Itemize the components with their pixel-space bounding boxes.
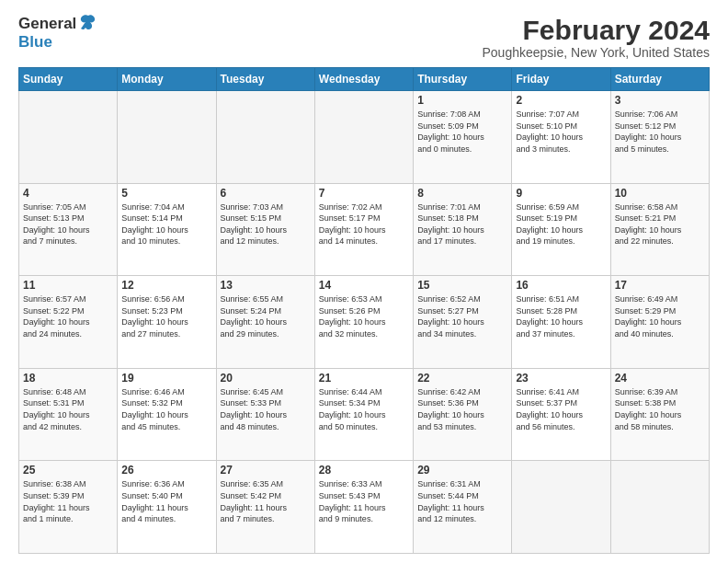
day-number: 23: [516, 372, 606, 385]
calendar-cell: [19, 91, 118, 184]
month-year-title: February 2024: [483, 15, 711, 45]
day-number: 6: [221, 187, 311, 200]
calendar-cell: 4Sunrise: 7:05 AM Sunset: 5:13 PM Daylig…: [19, 183, 118, 276]
day-info: Sunrise: 6:58 AM Sunset: 5:21 PM Dayligh…: [615, 201, 705, 247]
day-info: Sunrise: 6:46 AM Sunset: 5:32 PM Dayligh…: [121, 386, 211, 432]
day-info: Sunrise: 6:49 AM Sunset: 5:29 PM Dayligh…: [615, 293, 705, 339]
calendar-cell: [216, 91, 314, 184]
calendar-cell: [314, 91, 413, 184]
calendar-cell: 26Sunrise: 6:36 AM Sunset: 5:40 PM Dayli…: [118, 461, 216, 554]
calendar-cell: 28Sunrise: 6:33 AM Sunset: 5:43 PM Dayli…: [314, 461, 413, 554]
week-row-2: 11Sunrise: 6:57 AM Sunset: 5:22 PM Dayli…: [19, 276, 710, 369]
day-number: 24: [615, 372, 705, 385]
day-info: Sunrise: 6:48 AM Sunset: 5:31 PM Dayligh…: [23, 386, 113, 432]
day-number: 14: [319, 279, 409, 292]
day-info: Sunrise: 7:06 AM Sunset: 5:12 PM Dayligh…: [615, 109, 705, 155]
day-number: 11: [23, 279, 113, 292]
calendar-cell: 7Sunrise: 7:02 AM Sunset: 5:17 PM Daylig…: [314, 183, 413, 276]
calendar-cell: 25Sunrise: 6:38 AM Sunset: 5:39 PM Dayli…: [19, 461, 118, 554]
day-number: 10: [615, 187, 705, 200]
week-row-3: 18Sunrise: 6:48 AM Sunset: 5:31 PM Dayli…: [19, 368, 710, 461]
day-number: 28: [319, 464, 409, 477]
calendar-cell: [118, 91, 216, 184]
day-number: 4: [23, 187, 113, 200]
calendar-cell: 1Sunrise: 7:08 AM Sunset: 5:09 PM Daylig…: [414, 91, 512, 184]
day-info: Sunrise: 7:03 AM Sunset: 5:15 PM Dayligh…: [221, 201, 311, 247]
calendar-cell: 18Sunrise: 6:48 AM Sunset: 5:31 PM Dayli…: [19, 368, 118, 461]
calendar-cell: 13Sunrise: 6:55 AM Sunset: 5:24 PM Dayli…: [216, 276, 314, 369]
day-info: Sunrise: 6:44 AM Sunset: 5:34 PM Dayligh…: [319, 386, 409, 432]
day-info: Sunrise: 6:38 AM Sunset: 5:39 PM Dayligh…: [23, 478, 113, 524]
day-info: Sunrise: 6:33 AM Sunset: 5:43 PM Dayligh…: [319, 478, 409, 524]
day-number: 25: [23, 464, 113, 477]
day-number: 3: [615, 94, 705, 107]
day-info: Sunrise: 6:45 AM Sunset: 5:33 PM Dayligh…: [221, 386, 311, 432]
calendar-cell: 10Sunrise: 6:58 AM Sunset: 5:21 PM Dayli…: [610, 183, 709, 276]
calendar-cell: 9Sunrise: 6:59 AM Sunset: 5:19 PM Daylig…: [512, 183, 610, 276]
weekday-header-row: SundayMondayTuesdayWednesdayThursdayFrid…: [19, 68, 710, 91]
day-info: Sunrise: 6:53 AM Sunset: 5:26 PM Dayligh…: [319, 293, 409, 339]
calendar-cell: 8Sunrise: 7:01 AM Sunset: 5:18 PM Daylig…: [414, 183, 512, 276]
day-number: 22: [417, 372, 507, 385]
calendar-cell: 5Sunrise: 7:04 AM Sunset: 5:14 PM Daylig…: [118, 183, 216, 276]
calendar-cell: 19Sunrise: 6:46 AM Sunset: 5:32 PM Dayli…: [118, 368, 216, 461]
calendar-table: SundayMondayTuesdayWednesdayThursdayFrid…: [18, 67, 710, 554]
calendar-cell: 2Sunrise: 7:07 AM Sunset: 5:10 PM Daylig…: [512, 91, 610, 184]
day-number: 26: [121, 464, 211, 477]
calendar-cell: 29Sunrise: 6:31 AM Sunset: 5:44 PM Dayli…: [414, 461, 512, 554]
day-number: 1: [417, 94, 507, 107]
day-info: Sunrise: 7:07 AM Sunset: 5:10 PM Dayligh…: [516, 109, 606, 155]
day-info: Sunrise: 6:39 AM Sunset: 5:38 PM Dayligh…: [615, 386, 705, 432]
day-info: Sunrise: 7:05 AM Sunset: 5:13 PM Dayligh…: [23, 201, 113, 247]
calendar-cell: 20Sunrise: 6:45 AM Sunset: 5:33 PM Dayli…: [216, 368, 314, 461]
day-info: Sunrise: 6:36 AM Sunset: 5:40 PM Dayligh…: [121, 478, 211, 524]
calendar-cell: 15Sunrise: 6:52 AM Sunset: 5:27 PM Dayli…: [414, 276, 512, 369]
header: General Blue February 2024 Poughkeepsie,…: [18, 15, 710, 60]
weekday-header-friday: Friday: [512, 68, 610, 91]
week-row-4: 25Sunrise: 6:38 AM Sunset: 5:39 PM Dayli…: [19, 461, 710, 554]
calendar-cell: 11Sunrise: 6:57 AM Sunset: 5:22 PM Dayli…: [19, 276, 118, 369]
day-number: 15: [417, 279, 507, 292]
day-number: 27: [221, 464, 311, 477]
day-number: 5: [121, 187, 211, 200]
day-info: Sunrise: 6:42 AM Sunset: 5:36 PM Dayligh…: [417, 386, 507, 432]
calendar-cell: 3Sunrise: 7:06 AM Sunset: 5:12 PM Daylig…: [610, 91, 709, 184]
calendar-cell: 21Sunrise: 6:44 AM Sunset: 5:34 PM Dayli…: [314, 368, 413, 461]
calendar-cell: [610, 461, 709, 554]
location-text: Poughkeepsie, New York, United States: [483, 45, 711, 60]
day-info: Sunrise: 7:08 AM Sunset: 5:09 PM Dayligh…: [417, 109, 507, 155]
calendar-cell: 27Sunrise: 6:35 AM Sunset: 5:42 PM Dayli…: [216, 461, 314, 554]
day-info: Sunrise: 7:04 AM Sunset: 5:14 PM Dayligh…: [121, 201, 211, 247]
day-number: 7: [319, 187, 409, 200]
logo: General Blue: [18, 15, 98, 52]
calendar-cell: 6Sunrise: 7:03 AM Sunset: 5:15 PM Daylig…: [216, 183, 314, 276]
title-section: February 2024 Poughkeepsie, New York, Un…: [483, 15, 711, 60]
calendar-cell: 12Sunrise: 6:56 AM Sunset: 5:23 PM Dayli…: [118, 276, 216, 369]
day-info: Sunrise: 6:35 AM Sunset: 5:42 PM Dayligh…: [221, 478, 311, 524]
day-info: Sunrise: 6:57 AM Sunset: 5:22 PM Dayligh…: [23, 293, 113, 339]
weekday-header-thursday: Thursday: [414, 68, 512, 91]
calendar-cell: 22Sunrise: 6:42 AM Sunset: 5:36 PM Dayli…: [414, 368, 512, 461]
logo-bird-icon: [78, 13, 98, 33]
day-info: Sunrise: 7:02 AM Sunset: 5:17 PM Dayligh…: [319, 201, 409, 247]
day-number: 19: [121, 372, 211, 385]
calendar-cell: 14Sunrise: 6:53 AM Sunset: 5:26 PM Dayli…: [314, 276, 413, 369]
day-number: 17: [615, 279, 705, 292]
calendar-cell: 17Sunrise: 6:49 AM Sunset: 5:29 PM Dayli…: [610, 276, 709, 369]
day-info: Sunrise: 6:55 AM Sunset: 5:24 PM Dayligh…: [221, 293, 311, 339]
day-info: Sunrise: 6:56 AM Sunset: 5:23 PM Dayligh…: [121, 293, 211, 339]
weekday-header-monday: Monday: [118, 68, 216, 91]
week-row-0: 1Sunrise: 7:08 AM Sunset: 5:09 PM Daylig…: [19, 91, 710, 184]
page: General Blue February 2024 Poughkeepsie,…: [0, 0, 728, 563]
day-number: 21: [319, 372, 409, 385]
logo-blue: Blue: [18, 33, 52, 51]
day-info: Sunrise: 6:59 AM Sunset: 5:19 PM Dayligh…: [516, 201, 606, 247]
weekday-header-tuesday: Tuesday: [216, 68, 314, 91]
calendar-cell: 24Sunrise: 6:39 AM Sunset: 5:38 PM Dayli…: [610, 368, 709, 461]
day-number: 13: [221, 279, 311, 292]
day-number: 2: [516, 94, 606, 107]
weekday-header-saturday: Saturday: [610, 68, 709, 91]
day-number: 8: [417, 187, 507, 200]
logo-general: General: [18, 15, 76, 33]
day-info: Sunrise: 6:51 AM Sunset: 5:28 PM Dayligh…: [516, 293, 606, 339]
